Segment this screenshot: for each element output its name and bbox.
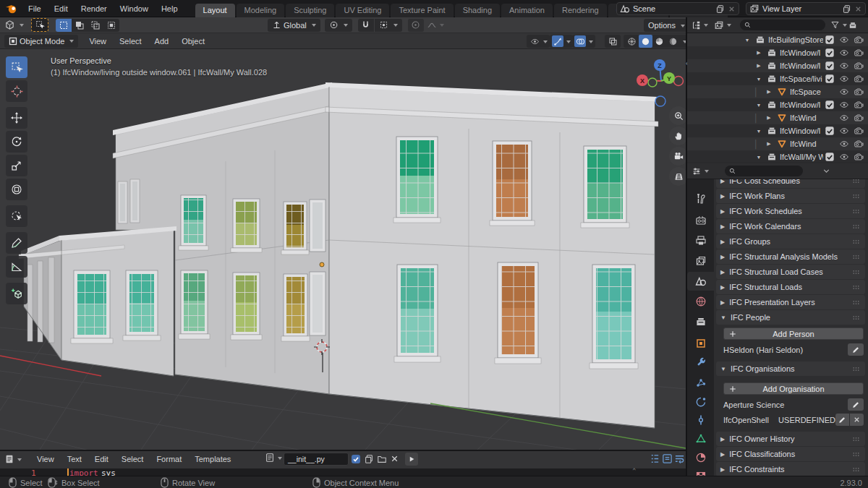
outliner-row-ifcspace[interactable]: ▼ IfcSpace/livi: [687, 72, 868, 85]
expand-icon[interactable]: ▶: [765, 89, 773, 95]
outliner-row-ifcwindow[interactable]: ▶ IfcWindow/l: [687, 59, 868, 72]
text-menu-view[interactable]: View: [30, 451, 61, 467]
outliner-row-ifcwindow[interactable]: ▼ IfcWindow/l: [687, 98, 868, 111]
text-editor-type[interactable]: [0, 454, 22, 464]
hide-eye-icon[interactable]: [839, 87, 849, 97]
menu-render[interactable]: Render: [75, 0, 114, 17]
show-object-types-dropdown[interactable]: [527, 35, 550, 48]
expand-icon[interactable]: ▼: [755, 129, 762, 134]
drag-handle-icon[interactable]: [851, 237, 861, 247]
hide-eye-icon[interactable]: [839, 100, 849, 110]
drag-handle-icon[interactable]: [851, 192, 861, 201]
render-camera-icon[interactable]: [854, 100, 864, 110]
hide-eye-icon[interactable]: [839, 139, 849, 149]
render-camera-icon[interactable]: [854, 126, 864, 136]
panel-ifc-structural-analysis-models[interactable]: ▶IFC Structural Analysis Models: [716, 249, 865, 264]
viewport-menu-view[interactable]: View: [82, 33, 113, 50]
workspace-tab-animation[interactable]: Animation: [501, 4, 553, 17]
workspace-tab-layout[interactable]: Layout: [195, 4, 235, 17]
panel-ifc-presentation-layers[interactable]: ▶IFC Presentation Layers: [716, 295, 865, 309]
view-layer-selector[interactable]: View Layer: [746, 2, 866, 15]
outliner-row-ifcwindow-object[interactable]: │ ▶ IfcWind: [687, 111, 868, 124]
edit-organisation-button[interactable]: [835, 414, 849, 426]
overlays-toggle[interactable]: [572, 35, 595, 48]
tab-constraints[interactable]: [687, 411, 714, 429]
text-menu-edit[interactable]: Edit: [88, 451, 115, 467]
shading-wireframe-button[interactable]: [625, 35, 639, 48]
tab-render[interactable]: [687, 211, 714, 230]
tab-object-data[interactable]: [687, 429, 714, 448]
drag-handle-icon[interactable]: [851, 298, 861, 307]
expand-icon[interactable]: ▶: [755, 63, 762, 69]
tool-measure[interactable]: [6, 256, 27, 278]
mode-dropdown[interactable]: Object Mode: [4, 35, 78, 48]
add-organisation-button[interactable]: Add Organisation: [723, 382, 864, 395]
open-text-icon[interactable]: [377, 454, 387, 464]
expand-icon[interactable]: ▶: [755, 50, 762, 56]
drag-handle-icon[interactable]: [851, 283, 861, 292]
register-toggle-icon[interactable]: [350, 453, 362, 465]
tab-scene[interactable]: [687, 272, 714, 291]
zoom-button[interactable]: [669, 106, 686, 125]
workspace-tab-texture-paint[interactable]: Texture Paint: [391, 4, 453, 17]
select-mode-intersect[interactable]: [103, 19, 119, 32]
tab-output[interactable]: [687, 231, 714, 250]
region-overlap-arrow[interactable]: ⌃: [632, 467, 636, 474]
gizmo-neg-z[interactable]: [655, 96, 665, 106]
tool-rotate[interactable]: [6, 131, 27, 153]
building-main-facade[interactable]: [326, 82, 658, 428]
word-wrap-toggle-icon[interactable]: [674, 453, 685, 464]
render-camera-icon[interactable]: [854, 74, 864, 84]
run-script-button[interactable]: [405, 453, 418, 466]
tab-particles[interactable]: [687, 373, 714, 392]
viewport-menu-object[interactable]: Object: [175, 33, 211, 50]
hide-eye-icon[interactable]: [839, 35, 849, 45]
tab-tool[interactable]: [687, 189, 714, 208]
panel-ifc-people[interactable]: ▼IFC People: [716, 310, 865, 325]
panel-ifc-work-plans[interactable]: ▶IFC Work Plans: [716, 189, 865, 203]
blender-menu-button[interactable]: [0, 2, 22, 15]
tab-modifiers[interactable]: [687, 353, 714, 372]
viewport-menu-select[interactable]: Select: [113, 33, 148, 50]
hide-eye-icon[interactable]: [839, 74, 849, 84]
tab-object[interactable]: [687, 334, 714, 353]
syntax-highlight-toggle-icon[interactable]: [662, 453, 673, 464]
scene-selector[interactable]: Scene: [616, 2, 739, 15]
unlink-scene-icon[interactable]: [728, 5, 736, 13]
menu-window[interactable]: Window: [114, 0, 155, 17]
checkbox-icon[interactable]: [825, 152, 835, 162]
text-menu-format[interactable]: Format: [150, 451, 188, 467]
panel-ifc-structural-load-cases[interactable]: ▶IFC Structural Load Cases: [716, 265, 865, 279]
remove-organisation-button[interactable]: [850, 414, 864, 426]
hide-eye-icon[interactable]: [839, 152, 849, 162]
outliner-editor-type[interactable]: [687, 20, 708, 30]
expand-icon[interactable]: ▼: [755, 77, 762, 82]
drag-handle-icon[interactable]: [851, 222, 861, 231]
tool-move[interactable]: [6, 107, 27, 129]
tool-select-box[interactable]: [6, 56, 27, 78]
outliner-row-ifcwindow-object[interactable]: │ ▶ IfcWind: [687, 137, 868, 150]
panel-ifc-work-calendars[interactable]: ▶IFC Work Calendars: [716, 219, 865, 234]
drag-handle-icon[interactable]: [851, 207, 861, 216]
outliner-row-ifcspace-object[interactable]: │ ▶ IfcSpace: [687, 85, 868, 98]
drag-handle-icon[interactable]: [851, 364, 861, 374]
3d-viewport[interactable]: User Perspective (1) IfcWindow/living ou…: [0, 49, 686, 450]
shading-solid-button[interactable]: [639, 35, 652, 48]
outliner-row-ifcbuildingstorey[interactable]: ▼ IfcBuildingStore: [687, 33, 868, 46]
workspace-tab-uv-editing[interactable]: UV Editing: [336, 4, 389, 17]
editor-type-selector[interactable]: [0, 20, 24, 30]
render-camera-icon[interactable]: [854, 113, 864, 123]
hide-eye-icon[interactable]: [839, 126, 849, 136]
expand-icon[interactable]: ▼: [755, 155, 762, 160]
new-collection-button[interactable]: [848, 20, 857, 30]
drag-handle-icon[interactable]: [851, 313, 861, 322]
render-camera-icon[interactable]: [854, 61, 864, 71]
unlink-text-icon[interactable]: [390, 454, 399, 463]
checkbox-icon[interactable]: [825, 61, 835, 71]
workspace-tab-shading[interactable]: Shading: [455, 4, 500, 17]
render-camera-icon[interactable]: [854, 152, 864, 162]
hide-eye-icon[interactable]: [839, 48, 849, 58]
perspective-toggle-button[interactable]: [669, 167, 686, 186]
outliner-display-mode[interactable]: [714, 20, 731, 30]
panel-ifc-constraints[interactable]: ▶IFC Constraints: [716, 462, 865, 476]
